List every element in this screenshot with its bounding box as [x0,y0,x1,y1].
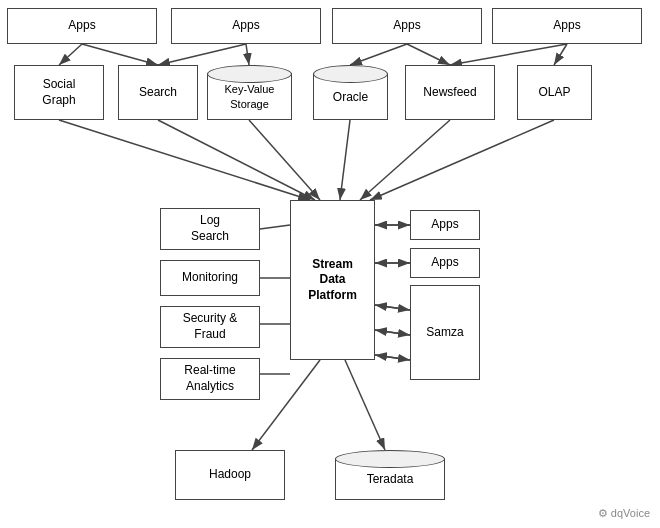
stream-data-platform-node: StreamDataPlatform [290,200,375,360]
svg-line-15 [360,120,450,200]
apps-box-3: Apps [332,8,482,44]
apps-box-4: Apps [492,8,642,44]
search-node: Search [118,65,198,120]
newsfeed-node: Newsfeed [405,65,495,120]
svg-line-16 [370,120,554,200]
architecture-diagram: Apps Apps Apps Apps SocialGraph Search K… [0,0,660,528]
svg-line-9 [450,44,567,65]
svg-line-10 [554,44,567,65]
monitoring-node: Monitoring [160,260,260,296]
svg-line-5 [158,44,246,65]
svg-line-6 [246,44,249,65]
svg-line-4 [82,44,158,65]
svg-line-27 [375,330,410,335]
svg-line-13 [249,120,320,200]
security-fraud-node: Security &Fraud [160,306,260,348]
realtime-analytics-node: Real-timeAnalytics [160,358,260,400]
svg-line-30 [375,355,410,360]
svg-line-25 [375,305,410,310]
apps-right-1: Apps [410,210,480,240]
svg-line-11 [59,120,310,200]
apps-box-2: Apps [171,8,321,44]
kv-storage-node: Key-ValueStorage [207,65,292,120]
log-search-node: LogSearch [160,208,260,250]
oracle-node: Oracle [313,65,388,120]
svg-line-28 [375,330,410,335]
apps-right-2: Apps [410,248,480,278]
svg-line-17 [260,225,290,229]
teradata-node: Teradata [335,450,445,500]
watermark: ⚙ dqVoice [598,507,650,520]
svg-line-26 [375,305,410,310]
svg-line-29 [375,355,410,360]
svg-line-32 [345,360,385,450]
svg-line-31 [252,360,320,450]
svg-line-12 [158,120,315,200]
hadoop-node: Hadoop [175,450,285,500]
svg-line-3 [59,44,82,65]
olap-node: OLAP [517,65,592,120]
svg-line-14 [340,120,350,200]
svg-line-7 [350,44,407,65]
social-graph-node: SocialGraph [14,65,104,120]
apps-box-1: Apps [7,8,157,44]
svg-line-8 [407,44,450,65]
samza-node: Samza [410,285,480,380]
